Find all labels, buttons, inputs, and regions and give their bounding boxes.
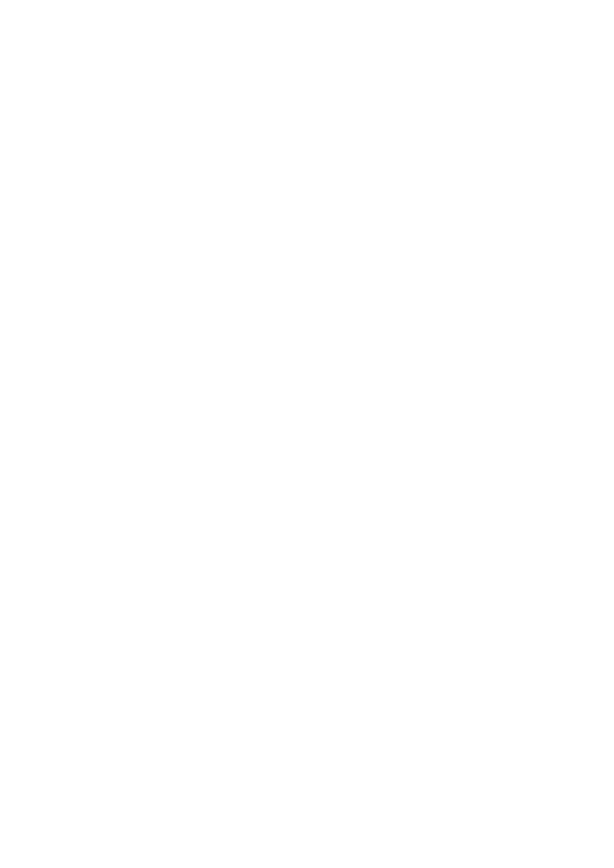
page-header-right: 6.清角精加工: [529, 41, 607, 43]
